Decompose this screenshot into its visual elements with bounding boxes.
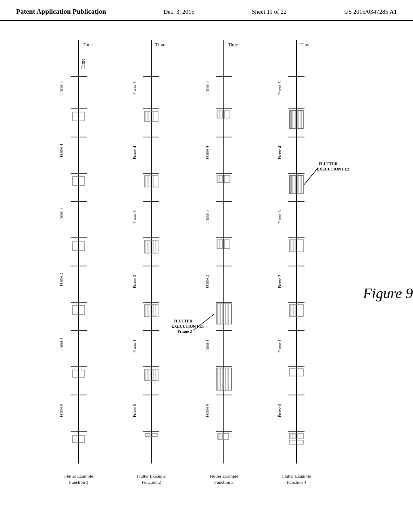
publication-date: Dec. 3, 2015 [163, 8, 194, 15]
svg-rect-140 [224, 240, 230, 249]
svg-text:Frame 4: Frame 4 [132, 146, 137, 159]
svg-text:Frame 5: Frame 5 [277, 81, 282, 95]
svg-text:FLUTTER: FLUTTER [319, 162, 338, 166]
svg-rect-154 [224, 111, 230, 118]
sheet-info: Sheet 11 of 22 [252, 8, 287, 15]
svg-text:Frame 1: Frame 1 [59, 337, 63, 351]
svg-text:Frame 1: Frame 1 [205, 339, 209, 353]
svg-text:FLUTTER: FLUTTER [173, 319, 193, 323]
svg-text:Frame 2: Frame 2 [132, 275, 137, 288]
svg-text:Frame 3: Frame 3 [205, 210, 209, 224]
svg-line-205 [304, 168, 318, 185]
svg-text:Flutter Example: Flutter Example [64, 474, 93, 478]
svg-text:Time: Time [83, 42, 93, 48]
figure-9-diagram: Time Time Frame 0 Frame 1 Frame 2 Frame … [0, 28, 413, 532]
svg-rect-147 [224, 175, 230, 183]
svg-text:Frame 2: Frame 2 [277, 275, 282, 288]
svg-text:Time: Time [155, 42, 165, 48]
svg-text:Time: Time [228, 42, 238, 48]
svg-text:Frame 5: Frame 5 [205, 81, 209, 95]
svg-text:Frame 2: Frame 2 [177, 329, 192, 334]
svg-text:Flutter Example: Flutter Example [137, 474, 165, 478]
svg-text:Function 2: Function 2 [142, 480, 161, 484]
svg-text:Frame 4: Frame 4 [277, 146, 282, 159]
svg-text:Frame 4: Frame 4 [205, 146, 209, 159]
patent-number: US 2015/0347285 A1 [344, 8, 397, 15]
svg-text:Function 3: Function 3 [214, 480, 234, 484]
svg-text:Frame 4: Frame 4 [59, 144, 63, 157]
svg-text:Frame 0: Frame 0 [205, 404, 209, 417]
publication-title: Patent Application Publication [16, 7, 106, 16]
svg-text:Time: Time [300, 42, 311, 48]
svg-text:Frame 1: Frame 1 [277, 339, 282, 353]
svg-rect-108 [224, 434, 229, 439]
svg-text:Frame 1: Frame 1 [132, 339, 137, 353]
svg-text:Frame 0: Frame 0 [59, 404, 63, 417]
svg-text:Frame 3: Frame 3 [277, 210, 282, 224]
svg-text:Frame 5: Frame 5 [132, 81, 137, 95]
page-header: Patent Application Publication Dec. 3, 2… [0, 0, 413, 21]
svg-text:Frame 5: Frame 5 [59, 81, 63, 95]
svg-line-101 [194, 314, 214, 330]
svg-text:Flutter Example: Flutter Example [209, 474, 238, 478]
svg-text:Frame 2: Frame 2 [205, 275, 209, 288]
svg-text:Frame 3: Frame 3 [132, 210, 137, 224]
svg-text:Frame 2: Frame 2 [59, 273, 63, 286]
svg-text:Function 4: Function 4 [287, 480, 306, 484]
svg-text:Frame 0: Frame 0 [132, 404, 137, 417]
svg-text:Figure 9: Figure 9 [363, 285, 413, 301]
svg-text:Function 1: Function 1 [69, 480, 88, 484]
svg-text:EXECUTION FE2: EXECUTION FE2 [317, 167, 349, 171]
svg-text:Flutter Example: Flutter Example [282, 474, 311, 478]
svg-text:Frame 3: Frame 3 [59, 208, 63, 222]
svg-text:Frame 0: Frame 0 [277, 404, 282, 417]
svg-text:Time: Time [80, 58, 86, 69]
